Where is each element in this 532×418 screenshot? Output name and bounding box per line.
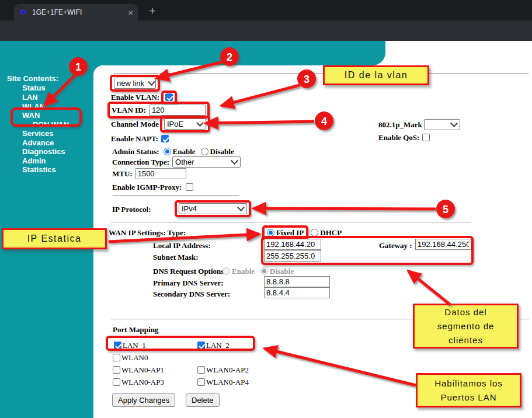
port-wlan0-ap1: WLAN0-AP1 — [113, 364, 164, 376]
callout-vlan-id: ID de la vlan — [323, 65, 429, 85]
highlight-box-channel-mode: IPoE — [160, 116, 210, 133]
wlan0-ap4-checkbox[interactable] — [197, 378, 205, 386]
igmp-row: Enable IGMP-Proxy: — [112, 181, 193, 193]
igmp-label: Enable IGMP-Proxy: — [112, 183, 182, 192]
channel-mode-row: Channel Mode IPoE — [111, 118, 210, 130]
separator-top — [114, 73, 529, 74]
chevron-down-icon — [196, 119, 204, 127]
dns-options-label: DNS Request Options: — [153, 267, 227, 276]
sidebar-item-admin[interactable]: Admin — [22, 156, 46, 165]
8021p-mark-select[interactable] — [424, 119, 460, 130]
chevron-down-icon — [450, 120, 458, 127]
wlan0-ap2-checkbox[interactable] — [197, 366, 205, 374]
wlan0-ap1-label: WLAN0-AP1 — [121, 365, 164, 375]
mtu-label: MTU: — [112, 169, 133, 179]
new-tab-button[interactable]: + — [145, 4, 160, 19]
port-wlan0: WLAN0 — [113, 351, 148, 364]
browser-tab[interactable]: 1GE+1FE+WIFI × — [14, 4, 138, 20]
wlan0-label: WLAN0 — [121, 353, 148, 363]
8021p-mark-label: 802.1p_Mark — [378, 120, 422, 130]
channel-mode-label: Channel Mode — [111, 120, 159, 129]
wlan0-ap3-label: WLAN0-AP3 — [121, 378, 164, 387]
wlan0-ap4-label: WLAN0-AP4 — [206, 378, 249, 387]
mtu-input[interactable] — [135, 168, 186, 179]
secondary-dns-input[interactable] — [264, 287, 330, 298]
igmp-checkbox[interactable] — [186, 183, 193, 191]
separator-mid — [111, 222, 471, 222]
enable-napt-label: Enable NAPT: — [111, 134, 158, 144]
chevron-down-icon — [231, 157, 238, 165]
browser-toolbar: ← → No es seguro 192.168.1.1 — [0, 20, 532, 41]
delete-button[interactable]: Delete — [186, 393, 220, 407]
enable-qos-checkbox[interactable] — [422, 134, 430, 141]
enable-napt-row: Enable NAPT: — [111, 133, 169, 145]
vlan-id-input[interactable] — [149, 104, 206, 116]
admin-disable-label: Disable — [210, 147, 234, 156]
dns-enable-label: Enable — [232, 267, 255, 276]
mtu-row: MTU: — [112, 168, 186, 180]
secondary-dns-label: Secondary DNS Server: — [153, 290, 230, 299]
tab-close-icon[interactable]: × — [128, 8, 133, 17]
wlan0-ap3-checkbox[interactable] — [113, 378, 120, 386]
apply-changes-button[interactable]: Apply Changes — [112, 393, 175, 407]
highlight-box-ip-protocol: IPv4 — [175, 200, 251, 217]
link-select-row: new link — [110, 77, 160, 89]
enable-qos-label: Enable QoS: — [378, 133, 419, 142]
link-select[interactable]: new link — [114, 78, 156, 89]
callout-client-segment: Datos del segmento de clientes — [413, 304, 519, 349]
enable-napt-checkbox[interactable] — [161, 135, 169, 142]
callout-static-ip: IP Estatica — [2, 228, 107, 249]
port-mapping-title: Port Mapping — [113, 325, 158, 335]
sidebar-item-status[interactable]: Status — [22, 83, 46, 92]
chevron-down-icon — [237, 204, 245, 211]
8021p-mark-row: 802.1p_Mark — [378, 119, 460, 131]
sidebar-item-advance[interactable]: Advance — [22, 138, 54, 147]
admin-status-label: Admin Status: — [112, 147, 159, 156]
dns-options-radios: Enable Disable — [222, 265, 294, 277]
chevron-down-icon — [148, 78, 155, 86]
separator-short — [113, 195, 239, 196]
primary-dns-label: Primary DNS Server: — [153, 278, 224, 288]
highlight-box-wan-nav — [11, 107, 82, 127]
wan-ip-type-label: WAN IP Settings: Type: — [109, 228, 186, 238]
port-wlan0-ap4: WLAN0-AP4 — [197, 376, 249, 388]
primary-dns-input[interactable] — [264, 276, 330, 287]
wlan0-ap2-label: WLAN0-AP2 — [206, 365, 249, 375]
dns-disable-label: Disable — [270, 267, 294, 276]
favicon-icon — [19, 8, 27, 17]
admin-enable-radio[interactable] — [164, 148, 171, 155]
screenshot-root: 1GE+1FE+WIFI × + ← → No es seguro 192.16… — [0, 0, 532, 418]
port-wlan0-ap3: WLAN0-AP3 — [113, 376, 164, 388]
port-wlan0-ap2: WLAN0-AP2 — [197, 364, 249, 376]
sidebar-item-statistics[interactable]: Statistics — [22, 165, 56, 174]
highlight-box-ip-fields — [261, 236, 474, 265]
sidebar-item-diagnostics[interactable]: Diagnostics — [22, 147, 65, 156]
vlan-id-row: VLAN ID: — [107, 104, 210, 116]
subnet-mask-label: Subnet Mask: — [153, 253, 199, 262]
sidebar-title: Site Contents: — [7, 74, 58, 83]
dns-disable-radio[interactable] — [260, 267, 268, 275]
tab-title: 1GE+1FE+WIFI — [32, 8, 128, 16]
enable-vlan-label: Enable VLAN: — [111, 93, 159, 102]
browser-tab-strip: 1GE+1FE+WIFI × + — [0, 0, 532, 20]
admin-disable-radio[interactable] — [201, 148, 208, 155]
sidebar-item-lan[interactable]: LAN — [22, 93, 38, 102]
sidebar-item-services[interactable]: Services — [22, 129, 54, 138]
admin-enable-label: Enable — [173, 147, 196, 156]
wlan0-ap1-checkbox[interactable] — [113, 366, 120, 374]
connection-type-label: Connection Type: — [112, 158, 169, 167]
highlight-box-lan-ports — [106, 336, 255, 351]
ip-protocol-select[interactable]: IPv4 — [179, 203, 247, 214]
enable-vlan-checkbox[interactable] — [165, 93, 173, 101]
vlan-id-label: VLAN ID: — [112, 106, 146, 115]
ip-protocol-label: IP Protocol: — [112, 205, 151, 214]
callout-lan-ports: Habilitamos los Puertos LAN — [416, 373, 521, 407]
local-ip-label: Local IP Address: — [153, 241, 211, 250]
highlight-box-new-link: new link — [110, 75, 160, 92]
enable-qos-row: Enable QoS: — [378, 131, 430, 144]
channel-mode-select[interactable]: IPoE — [164, 119, 206, 130]
wlan0-checkbox[interactable] — [113, 354, 120, 361]
dns-enable-radio[interactable] — [222, 267, 230, 275]
connection-type-select[interactable]: Other — [172, 156, 241, 168]
connection-type-row: Connection Type: Other — [112, 156, 241, 168]
